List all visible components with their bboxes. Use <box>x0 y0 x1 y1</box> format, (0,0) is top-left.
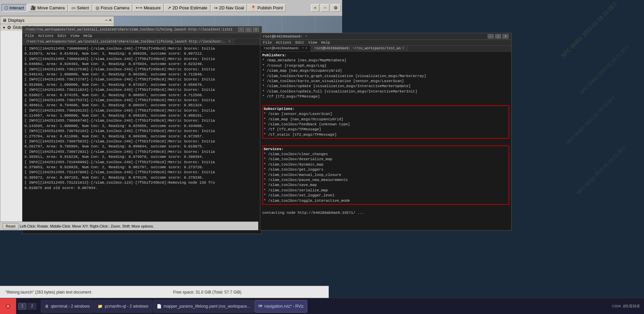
interact-icon: ⬡ <box>4 5 8 10</box>
terminal-line: 0.018875 and old score: 0.067034. <box>24 186 260 191</box>
focus-camera-button[interactable]: ◎ Focus Camera <box>93 4 132 12</box>
term-left-close[interactable]: × <box>253 27 259 32</box>
workspace-2[interactable]: 2 <box>28 303 36 310</box>
terminal-left-tabs: /root/ros_workspaces/test_ws/install_iso… <box>22 39 262 45</box>
publisher-line: * /slam_toolbox/update [visualization_ms… <box>262 84 509 89</box>
zoom-in-button[interactable]: + <box>311 4 320 12</box>
menu-view[interactable]: View <box>70 34 79 38</box>
terminal-line: 0.114957, Area: 1.000000, Num Con: 3, Re… <box>24 113 260 118</box>
displays-minimize[interactable]: − <box>105 17 108 23</box>
move-camera-button[interactable]: 🎥 Move Camera <box>28 4 68 12</box>
service-line: * /slam_toolbox/deserialize_map <box>264 157 508 162</box>
terminal-right-tabs: root@b48289ab9ae9: ~ × root@b48289ab9ae9… <box>260 46 511 52</box>
focus-camera-label: Focus Camera <box>101 5 129 10</box>
zoom-out-button[interactable]: − <box>321 4 329 12</box>
menu-edit[interactable]: Edit <box>58 34 66 38</box>
terminal-line: [ INFO][1642512455.730875825]-[/slam_too… <box>24 139 260 144</box>
terminal-line: 0.552688, Area: 1.000000, Num Con: 2, Re… <box>24 82 260 87</box>
service-line: * /slam_toolbox/get_loggers <box>264 167 508 172</box>
term-left-minimize[interactable]: − <box>238 27 244 32</box>
workspace-1[interactable]: 1 <box>18 303 26 310</box>
start-icon: M <box>4 302 12 310</box>
displays-icon: 🖥 <box>2 18 7 23</box>
publisher-line: * /map_metadata [nav_msgs/MapMetaData] <box>262 58 509 63</box>
focus-camera-icon: ◎ <box>96 5 99 10</box>
status-hint: Left-Click: Rotate. Middle-Click: Move X… <box>20 224 154 228</box>
terminal-line: [ INFO][1642512455.730127530]-[/slam_too… <box>24 67 260 72</box>
menu-edit-r[interactable]: Edit <box>296 41 304 45</box>
publisher-line: * /slam_toolbox/karto_scan_visualization… <box>262 79 509 84</box>
service-line: * /slam_toolbox/toggle_interactive_mode <box>264 198 508 203</box>
subscription-line: * /tf_static [tf2_msgs/TFMessage] <box>264 132 508 137</box>
terminal-left-title: /root/ros_workspaces/test_ws/install_iso… <box>25 28 232 32</box>
service-line: * /slam_toolbox/pause_new_measurements <box>264 178 508 183</box>
interact-button[interactable]: ⬡ Interact <box>1 4 27 12</box>
terminal-line: 0.395611, Area: 0.916228, Num Con: 2, Re… <box>24 154 260 160</box>
publisher-line: * /tf [tf2_msgs/TFMessage] <box>262 94 509 99</box>
taskbar-right: CSDN @给孤独者 <box>608 304 644 309</box>
terminal-right-tab1[interactable]: root@b48289ab9ae9: ~ × <box>260 46 311 51</box>
measure-button[interactable]: ⟷ Measure <box>133 4 164 12</box>
csdn-label: CSDN @给孤独者 <box>612 304 640 309</box>
rviz-status-bar: Reset Left-Click: Rotate. Middle-Click: … <box>0 222 258 230</box>
move-camera-icon: 🎥 <box>31 5 36 10</box>
terminal-right-menubar: File Actions Edit View Help <box>260 40 511 46</box>
move-camera-label: Move Camera <box>37 5 65 10</box>
pose-estimate-label: 2D Pose Estimate <box>172 5 207 10</box>
terminal-line: [ INFO][1642512455.730069363]-[/slam_too… <box>24 57 260 62</box>
taskbar: M 1 2 🖥 qterminal - 2 windows 📁 pcmanfm-… <box>0 298 644 314</box>
settings-button[interactable]: ⚙ <box>331 4 341 12</box>
terminal-line: 0.385972, Area: 0.907163, Num Con: 2, Re… <box>24 175 260 180</box>
subscription-line: * /slam_map [nav_msgs/OccupancyGrid] <box>264 117 508 122</box>
menu-view-r[interactable]: View <box>308 41 317 45</box>
terminal-line: [ INFO][1642512455.731147869]-[/slam_too… <box>24 170 260 175</box>
free-space: Free space: 31.0 GiB (Total: 57.7 GiB) <box>91 290 323 295</box>
taskbar-mapper[interactable]: 📄 mapper_params_lifelong.yaml (ros_works… <box>153 300 254 313</box>
menu-actions[interactable]: Actions <box>38 34 53 38</box>
term-left-maximize[interactable]: □ <box>246 27 252 32</box>
tab-close-icon[interactable]: × <box>228 40 230 44</box>
terminal-line: [ INFO][1642512455.730275373]-[/slam_too… <box>24 98 260 103</box>
subscriptions-header: Subscriptions: <box>264 107 508 112</box>
subscriptions-box: Subscriptions: * /scan [sensor_msgs/Lase… <box>262 105 509 139</box>
term-right-maximize[interactable]: □ <box>495 34 501 39</box>
menu-help[interactable]: Help <box>83 34 92 38</box>
menu-file[interactable]: File <box>25 34 34 38</box>
measure-label: Measure <box>144 5 161 10</box>
global-options-icon: ⚙ <box>7 25 11 30</box>
qterminal-label: qterminal - 2 windows <box>51 304 90 309</box>
term-right-minimize[interactable]: − <box>488 34 494 39</box>
terminal-right-body[interactable]: Publishers: * /map_metadata [nav_msgs/Ma… <box>260 52 511 221</box>
displays-close[interactable]: × <box>109 17 112 23</box>
terminal-left-body[interactable]: [ INFO][1642512455.730008068]-[/slam_too… <box>22 45 262 225</box>
terminal-right-tab2[interactable]: root@b48289ab9ae9: ~/ros_workspaces/test… <box>311 46 408 51</box>
tab-close-icon-r2[interactable]: × <box>402 47 404 50</box>
terminal-left-tab1[interactable]: /root/ros_workspaces/test_ws/install_iso… <box>22 39 234 45</box>
terminal-line: [ INFO][1642512455.730211024]-[/slam_too… <box>24 87 260 92</box>
service-line: * /slam_toolbox/set_logger_level <box>264 193 508 198</box>
publisher-line: * /rosout [rosgraph_msgs/Log] <box>262 63 509 68</box>
menu-file-r[interactable]: File <box>263 41 272 45</box>
taskbar-pcmanfm[interactable]: 📁 pcmanfm-qt - 2 windows <box>94 300 152 313</box>
tab-close-icon-r1[interactable]: × <box>305 47 307 50</box>
menu-actions-r[interactable]: Actions <box>276 41 291 45</box>
publish-point-button[interactable]: 📍 Publish Point <box>248 4 286 12</box>
start-button[interactable]: M <box>0 298 16 314</box>
taskbar-qterminal[interactable]: 🖥 qterminal - 2 windows <box>41 300 93 313</box>
service-line: * /slam_toolbox/manual_loop_closure <box>264 173 508 178</box>
taskbar-rviz[interactable]: 🗺 navigation.rviz* - RViz <box>255 300 307 313</box>
terminal-line: [ INFO][1642512455.730008068]-[/slam_too… <box>24 46 260 51</box>
select-button[interactable]: ▭ Select <box>68 4 92 12</box>
menu-help-r[interactable]: Help <box>321 41 330 45</box>
reset-button[interactable]: Reset <box>3 223 18 229</box>
file-info: "lifelong.launch" (263 bytes) plain text… <box>5 290 91 295</box>
terminal-right-title: root@b48289ab9ae9: ~ <box>263 35 307 39</box>
term-right-close[interactable]: × <box>502 34 508 39</box>
mapper-label: mapper_params_lifelong.yaml (ros_workspa… <box>164 304 251 309</box>
nav-goal-button[interactable]: ⇒ 2D Nav Goal <box>211 4 247 12</box>
subscription-line: * /scan [sensor_msgs/LaserScan] <box>264 112 508 117</box>
terminal-line: 0.546143, Area: 1.000000, Num Con: 2, Re… <box>24 72 260 77</box>
subscription-line: * /tf [tf2_msgs/TFMessage] <box>264 127 508 132</box>
pose-estimate-button[interactable]: ↗ 2D Pose Estimate <box>164 4 210 12</box>
interact-label: Interact <box>9 5 24 10</box>
